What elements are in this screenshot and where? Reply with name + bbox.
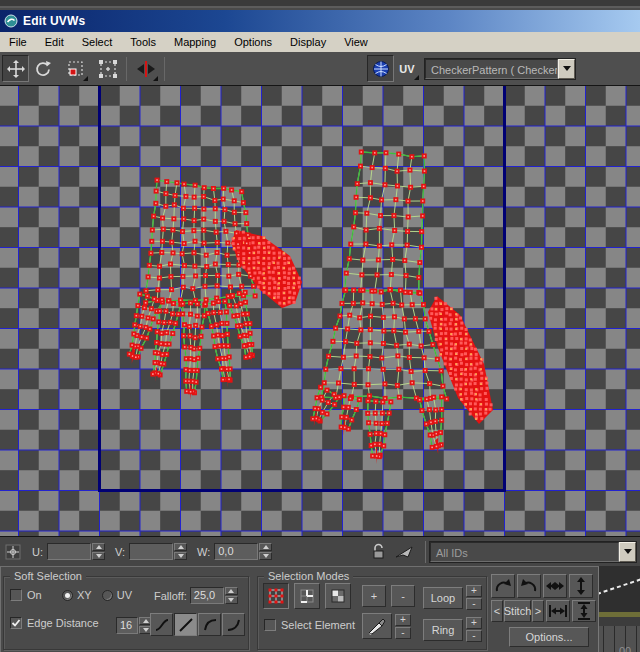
selection-modes-group: Selection Modes: [257, 576, 487, 650]
ring-button[interactable]: Ring: [423, 619, 463, 641]
background-ruler: 00: [599, 626, 640, 652]
menu-display[interactable]: Display: [281, 34, 335, 50]
edit-uvws-window: Edit UVWs File Edit Select Tools Mapping…: [0, 0, 640, 652]
falloff-input[interactable]: 25,0: [190, 587, 224, 604]
texture-dropdown-value: CheckerPattern ( Checker ): [425, 59, 558, 79]
move-button[interactable]: [2, 55, 29, 82]
select-element-label: Select Element: [281, 619, 355, 631]
w-input[interactable]: 0,0: [214, 543, 258, 560]
paint-select-button[interactable]: [362, 613, 392, 639]
id-filter-dropdown[interactable]: All IDs: [429, 541, 637, 563]
stitch-next-button[interactable]: >: [532, 600, 544, 622]
align-vertical-button[interactable]: [572, 600, 596, 622]
vertex-mode-button[interactable]: [263, 583, 289, 609]
stitch-label: Stitch: [504, 605, 532, 617]
scale-button[interactable]: [62, 55, 89, 82]
uv-radio[interactable]: [102, 590, 113, 601]
paint-select-spinner[interactable]: +-: [395, 614, 411, 639]
toolbar-separator: [164, 57, 165, 81]
mirror-horizontal-button[interactable]: [543, 574, 567, 598]
soft-selection-on-checkbox[interactable]: [10, 589, 22, 601]
w-spinner[interactable]: [259, 543, 272, 560]
grow-selection-button[interactable]: +: [362, 585, 386, 607]
v-label: V:: [115, 546, 125, 558]
edge-mode-button[interactable]: [294, 583, 320, 609]
background-window-fragment: 00: [599, 566, 640, 652]
edge-distance-input[interactable]: 16: [116, 617, 138, 634]
mirror-button[interactable]: [132, 55, 159, 82]
stitch-button[interactable]: Stitch: [504, 600, 531, 622]
uv-editor-canvas[interactable]: [0, 86, 640, 536]
ring-spinner[interactable]: +-: [466, 617, 482, 642]
id-filter-value: All IDs: [430, 542, 619, 562]
title-bar[interactable]: Edit UVWs: [0, 10, 640, 32]
falloff-slow-out-button[interactable]: [198, 613, 221, 636]
filter-selected-faces-icon[interactable]: [394, 544, 416, 560]
xy-label: XY: [77, 589, 92, 601]
u-label: U:: [32, 546, 43, 558]
uvw-channel-label: UV: [399, 63, 414, 75]
options-button[interactable]: Options...: [509, 627, 589, 647]
stitch-prev-button[interactable]: <: [491, 600, 503, 622]
ruler-number: 00: [619, 645, 631, 652]
texture-dropdown-arrow[interactable]: [558, 59, 575, 79]
fast-out-curve-icon: [226, 617, 242, 633]
window-title: Edit UVWs: [23, 14, 85, 28]
texture-dropdown[interactable]: CheckerPattern ( Checker ): [424, 58, 576, 80]
menu-edit[interactable]: Edit: [36, 34, 73, 50]
show-map-button[interactable]: [367, 55, 394, 82]
menu-bar: File Edit Select Tools Mapping Options D…: [0, 32, 640, 52]
flyout-indicator: [153, 76, 158, 81]
menu-select[interactable]: Select: [73, 34, 122, 50]
falloff-linear-button[interactable]: [174, 613, 197, 636]
loop-button[interactable]: Loop: [423, 587, 463, 609]
w-label: W:: [197, 546, 210, 558]
align-horizontal-icon: [549, 604, 567, 618]
lock-selection-icon[interactable]: [371, 543, 386, 560]
on-label: On: [27, 589, 42, 601]
shrink-selection-button[interactable]: -: [391, 585, 415, 607]
ring-label: Ring: [432, 624, 455, 636]
uv-label: UV: [117, 589, 132, 601]
menu-mapping[interactable]: Mapping: [165, 34, 225, 50]
rotate-button[interactable]: [29, 55, 56, 82]
id-filter-arrow[interactable]: [619, 542, 636, 562]
vertical-arrow-icon: [575, 577, 587, 595]
xy-radio[interactable]: [62, 590, 73, 601]
menu-view[interactable]: View: [335, 34, 377, 50]
menu-options[interactable]: Options: [225, 34, 281, 50]
rotate-cw-button[interactable]: [517, 574, 541, 598]
uvw-channel-button[interactable]: UV: [394, 57, 420, 81]
freeform-mode-icon: [98, 60, 118, 78]
edge-distance-checkbox[interactable]: [10, 617, 22, 629]
status-bar: U: V: W: 0,0 All IDs: [0, 536, 640, 566]
absolute-offset-toggle[interactable]: [4, 543, 22, 561]
falloff-fast-out-button[interactable]: [222, 613, 245, 636]
stitch-next-label: >: [535, 605, 541, 617]
rotate-ccw-button[interactable]: [491, 574, 515, 598]
u-spinner[interactable]: [92, 543, 105, 560]
falloff-label: Falloff:: [154, 590, 187, 602]
toolbar-separator: [126, 57, 127, 81]
face-mode-icon: [329, 587, 347, 605]
falloff-smooth-button[interactable]: [150, 613, 173, 636]
menu-tools[interactable]: Tools: [121, 34, 165, 50]
falloff-spinner[interactable]: [225, 587, 238, 604]
v-input[interactable]: [129, 543, 173, 560]
menu-file[interactable]: File: [0, 34, 36, 50]
chevron-down-icon: [624, 549, 632, 554]
u-input[interactable]: [47, 543, 91, 560]
freeform-mode-button[interactable]: [94, 55, 121, 82]
v-spinner[interactable]: [174, 543, 187, 560]
face-mode-button[interactable]: [325, 583, 351, 609]
align-horizontal-button[interactable]: [546, 600, 570, 622]
app-icon: [4, 14, 18, 28]
loop-spinner[interactable]: +-: [466, 585, 482, 610]
flyout-indicator: [414, 75, 419, 80]
soft-selection-title: Soft Selection: [10, 570, 86, 582]
background-app-strip: [0, 0, 640, 8]
mirror-vertical-button[interactable]: [569, 574, 593, 598]
shrink-label: -: [401, 590, 405, 602]
select-element-checkbox[interactable]: [264, 619, 276, 631]
horizontal-arrow-icon: [546, 580, 564, 592]
